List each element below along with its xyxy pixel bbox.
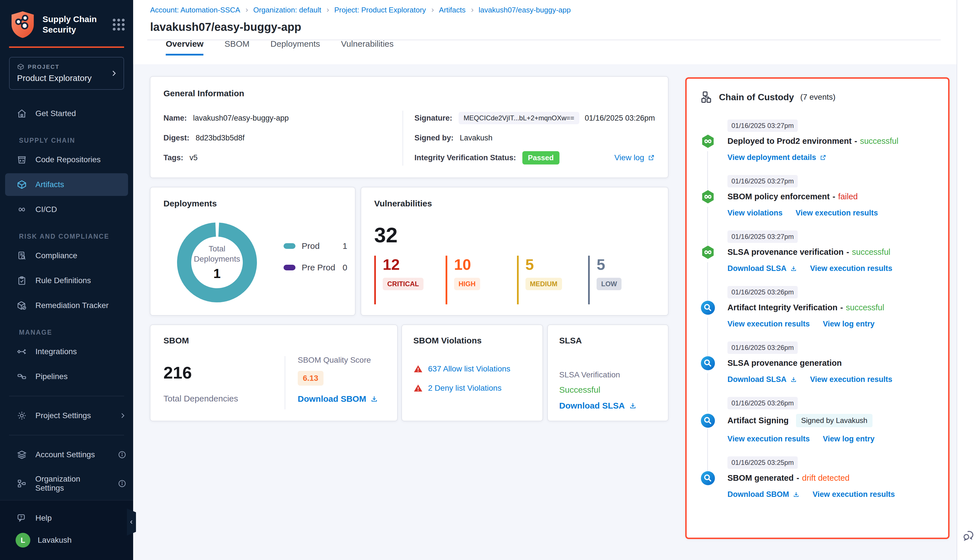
view-execution-results-link[interactable]: View execution results [810,375,892,384]
view-violations-link[interactable]: View violations [727,209,783,217]
scan-step-icon [700,413,715,428]
infinity-icon [15,204,28,215]
sbom-quality-score-label: SBOM Quality Score [298,356,378,365]
section-supply-chain: SUPPLY CHAIN [0,137,133,144]
view-execution-results-link[interactable]: View execution results [813,490,895,499]
download-slsa-link[interactable]: Download SLSA [727,375,797,384]
breadcrumb-account[interactable]: Account: Automation-SSCA [150,6,240,15]
separator: - [840,303,843,312]
event-title: SBOM generated [727,473,794,483]
sidebar-item-pipelines[interactable]: Pipelines [0,365,133,388]
signature-date: 01/16/2025 03:26pm [585,114,655,123]
feedback-chat-icon[interactable] [961,528,976,543]
sidebar-item-account-settings[interactable]: Account Settings [0,443,133,466]
download-slsa-link[interactable]: Download SLSA [559,401,657,410]
sidebar-item-project-settings[interactable]: Project Settings [0,404,133,427]
chevron-right-icon [110,69,118,77]
view-execution-results-link[interactable]: View execution results [810,264,892,273]
tab-overview[interactable]: Overview [166,39,204,55]
deny-list-violations-link[interactable]: 2 Deny list Violations [413,383,531,393]
download-sbom-link[interactable]: Download SBOM [727,490,800,499]
sidebar-item-code-repositories[interactable]: Code Repositories [0,148,133,171]
view-log-entry-link[interactable]: View log entry [823,320,875,328]
warning-icon [413,364,423,374]
vulnerabilities-total: 32 [374,223,655,247]
sbom-quality-score-value: 6.13 [298,371,324,386]
scan-step-icon [700,470,715,486]
tab-vulnerabilities[interactable]: Vulnerabilities [341,39,394,55]
signature-value[interactable]: MEQCICde2VjIT...bL+2+mqnOXw== [459,112,580,124]
event-title: Artifact Integrity Verification [727,303,837,312]
cube-icon [17,63,24,70]
custody-event: 01/16/2025 03:26pm Artifact Signing Sign… [700,397,937,457]
breadcrumb-artifacts[interactable]: Artifacts [439,6,466,15]
breadcrumb-organization[interactable]: Organization: default [253,6,321,15]
deployments-card: Deployments Total Deployments 1 Prod 1 [150,187,356,316]
link-label: View execution results [813,490,895,499]
legend-value: 0 [342,263,347,272]
severity-critical: 12 CRITICAL [374,256,446,304]
sidebar-item-get-started[interactable]: Get Started [0,102,133,125]
download-icon [790,265,797,272]
sidebar-collapse-button[interactable] [127,508,136,536]
severity-breakdown: 12 CRITICAL 10 HIGH 5 MEDIUM 5 LOW [374,256,660,304]
sidebar-item-organization-settings[interactable]: Organization Settings [0,468,133,499]
tab-deployments[interactable]: Deployments [271,39,320,55]
event-title: SLSA provenance verification [727,247,844,257]
user-menu[interactable]: L Lavakush [0,530,133,554]
sidebar-item-remediation-tracker[interactable]: Remediation Tracker [0,294,133,317]
right-rail [957,0,979,560]
project-selector[interactable]: PROJECT Product Exploratory [9,57,124,90]
legend-label: Pre Prod [302,263,335,272]
view-execution-results-link[interactable]: View execution results [727,435,810,443]
sidebar-item-label: Organization Settings [35,475,110,493]
name-label: Name: [164,114,187,123]
status-badge: Passed [522,151,560,165]
legend-dot-prod [284,243,296,249]
app-grid-icon[interactable] [113,19,125,30]
view-log-entry-link[interactable]: View log entry [823,435,875,443]
sidebar-item-compliance[interactable]: Compliance [0,244,133,267]
sidebar-item-integrations[interactable]: Integrations [0,340,133,363]
allow-list-violations-link[interactable]: 637 Allow list Violations [413,364,531,374]
sidebar-item-label: Account Settings [35,450,95,459]
svg-text:?: ? [20,515,22,519]
sidebar-item-artifacts[interactable]: Artifacts [5,173,128,196]
help-button[interactable]: ? Help [0,507,133,530]
link-label: View execution results [810,264,892,273]
signature-label: Signature: [414,114,453,123]
event-status: failed [838,192,858,201]
download-sbom-link[interactable]: Download SBOM [298,394,378,404]
sidebar-item-rule-definitions[interactable]: Rule Definitions [0,269,133,292]
warning-icon [413,383,423,393]
signed-by-label: Signed by: [414,133,454,142]
general-information-card: General Information Name: lavakush07/eas… [150,76,668,178]
custody-event: 01/16/2025 03:26pm Artifact Integrity Ve… [700,286,937,342]
download-slsa-link[interactable]: Download SLSA [727,264,797,273]
divider [403,111,403,166]
tab-sbom[interactable]: SBOM [224,39,249,55]
artifact-name-value: lavakush07/easy-buggy-app [193,114,289,123]
event-status: drift detected [802,473,850,483]
view-execution-results-link[interactable]: View execution results [796,209,878,217]
page-title: lavakush07/easy-buggy-app [150,21,957,33]
layers-icon [15,450,28,460]
sidebar-item-label: Project Settings [35,411,91,420]
breadcrumb-current[interactable]: lavakush07/easy-buggy-app [479,6,571,15]
view-deployment-details-link[interactable]: View deployment details [727,153,827,162]
view-log-link[interactable]: View log [615,153,655,162]
allow-list-violations-label: 637 Allow list Violations [428,364,510,373]
link-label: View execution results [727,435,810,443]
severity-count: 5 [596,256,660,273]
breadcrumb-project[interactable]: Project: Product Exploratory [334,6,426,15]
vulnerabilities-card: Vulnerabilities 32 12 CRITICAL 10 HIGH 5… [361,187,668,316]
link-label: View log entry [823,435,875,443]
event-timestamp: 01/16/2025 03:27pm [727,230,798,243]
remediation-cube-icon [15,300,28,310]
app-title: Supply Chain Security [42,14,110,35]
tab-bar: Overview SBOM Deployments Vulnerabilitie… [166,39,957,55]
project-name: Product Exploratory [17,73,107,83]
view-execution-results-link[interactable]: View execution results [727,320,810,328]
severity-badge: HIGH [454,278,480,290]
sidebar-item-cicd[interactable]: CI/CD [0,198,133,221]
